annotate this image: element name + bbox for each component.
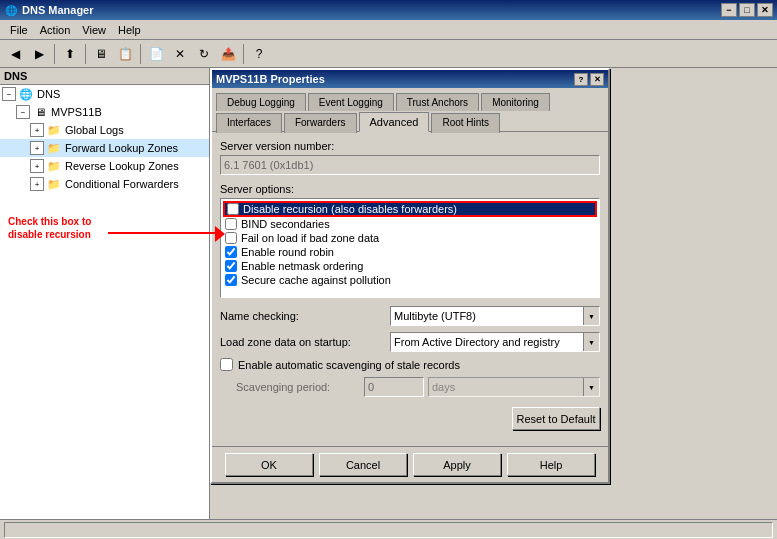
menu-action[interactable]: Action: [34, 22, 77, 38]
scavenging-period-input[interactable]: [364, 377, 424, 397]
tab-advanced[interactable]: Advanced: [359, 112, 430, 132]
option-secure-cache[interactable]: Secure cache against pollution: [223, 273, 597, 287]
option-fail-on-load[interactable]: Fail on load if bad zone data: [223, 231, 597, 245]
toolbar-separator-2: [85, 44, 86, 64]
title-bar-buttons: − □ ✕: [721, 3, 773, 17]
tab-debug-logging[interactable]: Debug Logging: [216, 93, 306, 111]
expander-server[interactable]: −: [16, 105, 30, 119]
apply-button[interactable]: Apply: [413, 453, 501, 476]
tree-label-dns: DNS: [37, 88, 60, 100]
up-button[interactable]: ⬆: [59, 43, 81, 65]
tree-item-dns[interactable]: − 🌐 DNS: [0, 85, 209, 103]
tree-item-forward-zones[interactable]: + 📁 Forward Lookup Zones: [0, 139, 209, 157]
option-bind-secondaries[interactable]: BIND secondaries: [223, 217, 597, 231]
dialog-title-buttons: ? ✕: [574, 73, 604, 86]
option-label-round-robin: Enable round robin: [241, 246, 334, 258]
tree-item-global-logs[interactable]: + 📁 Global Logs: [0, 121, 209, 139]
maximize-button[interactable]: □: [739, 3, 755, 17]
checkbox-round-robin[interactable]: [225, 246, 237, 258]
option-label-disable-recursion: Disable recursion (also disables forward…: [243, 203, 457, 215]
status-bar: [0, 519, 777, 539]
expander-reverse-zones[interactable]: +: [30, 159, 44, 173]
menu-file[interactable]: File: [4, 22, 34, 38]
title-bar-text: DNS Manager: [22, 4, 94, 16]
menu-help[interactable]: Help: [112, 22, 147, 38]
tree-label-global-logs: Global Logs: [65, 124, 124, 136]
tab-root-hints[interactable]: Root Hints: [431, 113, 500, 133]
annotation-arrow-line: [108, 232, 218, 234]
forward-button[interactable]: ▶: [28, 43, 50, 65]
dialog-title-text: MVPS11B Properties: [216, 73, 325, 85]
dns-icon: 🌐: [18, 86, 34, 102]
title-bar: 🌐 DNS Manager − □ ✕: [0, 0, 777, 20]
tree-item-conditional[interactable]: + 📁 Conditional Forwarders: [0, 175, 209, 193]
tab-event-logging[interactable]: Event Logging: [308, 93, 394, 111]
option-label-bind-secondaries: BIND secondaries: [241, 218, 330, 230]
back-button[interactable]: ◀: [4, 43, 26, 65]
option-netmask-ordering[interactable]: Enable netmask ordering: [223, 259, 597, 273]
tab-trust-anchors[interactable]: Trust Anchors: [396, 93, 479, 111]
option-label-secure-cache: Secure cache against pollution: [241, 274, 391, 286]
tab-interfaces[interactable]: Interfaces: [216, 113, 282, 133]
dialog-close-button[interactable]: ✕: [590, 73, 604, 86]
checkbox-disable-recursion[interactable]: [227, 203, 239, 215]
auto-scavenging-label: Enable automatic scavenging of stale rec…: [238, 359, 460, 371]
checkbox-fail-on-load[interactable]: [225, 232, 237, 244]
option-round-robin[interactable]: Enable round robin: [223, 245, 597, 259]
checkbox-secure-cache[interactable]: [225, 274, 237, 286]
annotation-arrowhead: [215, 226, 225, 242]
checkbox-auto-scavenging[interactable]: [220, 358, 233, 371]
tab-advanced-content: Server version number: document.querySel…: [212, 131, 608, 446]
expander-global-logs[interactable]: +: [30, 123, 44, 137]
folder-icon-forward: 📁: [46, 140, 62, 156]
new-button[interactable]: 📄: [145, 43, 167, 65]
tree-label-server: MVPS11B: [51, 106, 102, 118]
load-zone-wrapper: From Active Directory and registry From …: [390, 332, 600, 352]
refresh-button[interactable]: ↻: [193, 43, 215, 65]
checkbox-bind-secondaries[interactable]: [225, 218, 237, 230]
reset-to-default-button[interactable]: Reset to Default: [512, 407, 600, 430]
folder-icon-conditional: 📁: [46, 176, 62, 192]
expander-conditional[interactable]: +: [30, 177, 44, 191]
folder-icon-global: 📁: [46, 122, 62, 138]
tree-label-reverse-zones: Reverse Lookup Zones: [65, 160, 179, 172]
tab-monitoring[interactable]: Monitoring: [481, 93, 550, 111]
left-panel: DNS − 🌐 DNS − 🖥 MVPS11B + 📁 Global Logs …: [0, 68, 210, 539]
expander-forward-zones[interactable]: +: [30, 141, 44, 155]
tree-item-reverse-zones[interactable]: + 📁 Reverse Lookup Zones: [0, 157, 209, 175]
scavenging-period-label: Scavenging period:: [220, 381, 360, 393]
status-pane: [4, 522, 773, 538]
toolbar-separator-3: [140, 44, 141, 64]
help-button[interactable]: ?: [248, 43, 270, 65]
scavenging-row: Scavenging period: days ▼: [220, 377, 600, 397]
ok-button[interactable]: OK: [225, 453, 313, 476]
tab-bar: Debug Logging Event Logging Trust Anchor…: [212, 88, 608, 131]
help-footer-button[interactable]: Help: [507, 453, 595, 476]
properties-dialog: MVPS11B Properties ? ✕ Debug Logging Eve…: [210, 68, 610, 484]
scavenging-period-unit-wrapper: days ▼: [428, 377, 600, 397]
name-checking-select[interactable]: Multibyte (UTF8) Strict RFC (ANSI) Non R…: [390, 306, 600, 326]
option-disable-recursion[interactable]: Disable recursion (also disables forward…: [223, 201, 597, 217]
tree-label-forward-zones: Forward Lookup Zones: [65, 142, 178, 154]
properties-button[interactable]: 📋: [114, 43, 136, 65]
load-zone-select[interactable]: From Active Directory and registry From …: [390, 332, 600, 352]
tab-forwarders[interactable]: Forwarders: [284, 113, 357, 133]
expander-dns[interactable]: −: [2, 87, 16, 101]
tree-header: DNS: [0, 68, 209, 85]
cancel-button[interactable]: Cancel: [319, 453, 407, 476]
delete-button[interactable]: ✕: [169, 43, 191, 65]
menu-view[interactable]: View: [76, 22, 112, 38]
export-button[interactable]: 📤: [217, 43, 239, 65]
close-button[interactable]: ✕: [757, 3, 773, 17]
annotation-text: Check this box to disable recursion: [8, 215, 108, 241]
toolbar: ◀ ▶ ⬆ 🖥 📋 📄 ✕ ↻ 📤 ?: [0, 40, 777, 68]
checkbox-netmask-ordering[interactable]: [225, 260, 237, 272]
name-checking-wrapper: Multibyte (UTF8) Strict RFC (ANSI) Non R…: [390, 306, 600, 326]
show-hide-button[interactable]: 🖥: [90, 43, 112, 65]
tree-item-server[interactable]: − 🖥 MVPS11B: [0, 103, 209, 121]
dialog-help-button[interactable]: ?: [574, 73, 588, 86]
scavenging-period-unit-select[interactable]: days: [428, 377, 600, 397]
minimize-button[interactable]: −: [721, 3, 737, 17]
server-version-input: [220, 155, 600, 175]
name-checking-label: Name checking:: [220, 310, 390, 322]
